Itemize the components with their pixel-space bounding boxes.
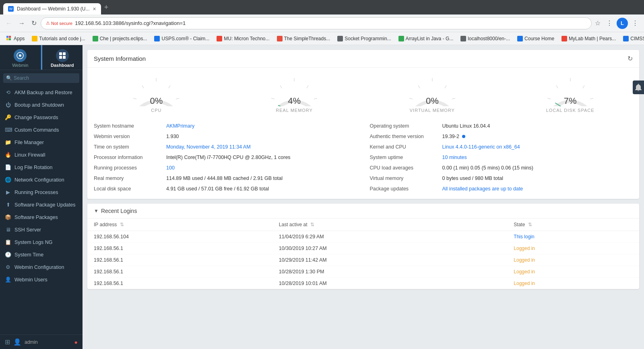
sidebar-item-akm-backup[interactable]: ⟲ AKM Backup and Restore	[0, 86, 83, 99]
col-state[interactable]: State ⇅	[507, 219, 639, 231]
bookmark-micron[interactable]: MU: Micron Techno...	[213, 35, 272, 43]
info-val-theme-version: 19.39-2	[442, 134, 466, 139]
sidebar-item-system-time[interactable]: 🕐 System Time	[0, 248, 83, 261]
system-info-refresh-button[interactable]: ↻	[627, 55, 633, 62]
sidebar-item-linux-firewall[interactable]: 🔥 Linux Firewall	[0, 149, 83, 161]
bookmark-arraylist[interactable]: ArrayList in Java - G...	[395, 35, 457, 43]
sidebar-dashboard-button[interactable]: Dashboard	[41, 45, 83, 70]
svg-rect-6	[59, 52, 62, 55]
address-bar[interactable]: ⚠ Not secure 192.168.56.103:3886/sysinfo…	[41, 17, 592, 29]
info-row-kernel: Kernel and CPU Linux 4.4.0-116-generic o…	[363, 142, 640, 152]
info-key-time: Time on system	[94, 144, 166, 150]
info-val-kernel[interactable]: Linux 4.4.0-116-generic on x86_64	[442, 144, 520, 150]
info-key-cpu-load: CPU load averages	[370, 165, 442, 171]
bookmark-mylab[interactable]: MyLab Math | Pears...	[558, 35, 619, 43]
bookmark-localhost[interactable]: localhost8000/en-...	[457, 35, 513, 43]
col-state-sort-icon: ⇅	[528, 222, 532, 227]
info-val-package-updates[interactable]: All installed packages are up to date	[442, 186, 523, 192]
bookmark-cimss[interactable]: CIMSS Tropical Cycl...	[620, 35, 644, 43]
sidebar-item-change-passwords[interactable]: 🔑 Change Passwords	[0, 111, 83, 124]
info-val-processor: Intel(R) Core(TM) i7-7700HQ CPU @ 2.80GH…	[166, 155, 291, 160]
info-row-os: Operating system Ubuntu Linux 16.04.4	[363, 121, 640, 131]
search-input[interactable]	[3, 73, 79, 83]
sidebar-item-webmin-configuration[interactable]: ⚙ Webmin Configuration	[0, 261, 83, 273]
cpu-gauge-label: CPU	[151, 108, 161, 113]
sidebar-item-log-file-rotation[interactable]: 📄 Log File Rotation	[0, 161, 83, 173]
info-val-uptime[interactable]: 10 minutes	[442, 155, 467, 160]
info-row-time: Time on system Monday, November 4, 2019 …	[87, 142, 363, 152]
sidebar-item-software-package-updates[interactable]: ⬆ Software Package Updates	[0, 198, 83, 211]
webmin-users-icon: 👤	[5, 277, 11, 283]
table-row: 192.168.56.110/28/2019 10:01 AMLogged in	[87, 278, 639, 289]
bookmark-mylab-label: MyLab Math | Pears...	[569, 36, 616, 41]
local-disk-gauge-value: 7%	[564, 96, 577, 106]
info-val-hostname[interactable]: AKMPrimary	[166, 123, 194, 129]
login-active-2: 10/29/2019 11:42 AM	[272, 254, 507, 266]
login-ip-1: 192.168.56.1	[87, 243, 272, 254]
custom-commands-icon: ⌨	[5, 127, 11, 133]
bookmark-apps-label: Apps	[14, 36, 25, 41]
info-row-local-disk: Local disk space 4.91 GB used / 57.01 GB…	[87, 184, 363, 194]
search-box[interactable]: 🔍	[3, 73, 79, 83]
col-ip-sort-icon: ⇅	[120, 222, 124, 227]
bookmark-tutorials-icon	[32, 36, 37, 41]
login-ip-4: 192.168.56.1	[87, 278, 272, 289]
logout-button[interactable]: ●	[74, 339, 78, 345]
sidebar-item-network-configuration[interactable]: 🌐 Network Configuration	[0, 173, 83, 186]
bookmark-star-button[interactable]: ☆	[593, 18, 602, 29]
info-val-running-processes[interactable]: 100	[166, 165, 175, 171]
refresh-button[interactable]: ↻	[29, 17, 39, 29]
info-key-os: Operating system	[370, 123, 442, 129]
sidebar-item-running-processes-label: Running Processes	[14, 190, 58, 195]
col-last-active[interactable]: Last active at ⇅	[272, 219, 507, 231]
section-toggle-button[interactable]: ▼	[94, 208, 99, 214]
sidebar-item-software-packages[interactable]: 📦 Software Packages	[0, 211, 83, 223]
bookmark-eclipse[interactable]: Che | projects.eclips...	[89, 35, 151, 43]
new-tab-button[interactable]: +	[101, 2, 112, 13]
sidebar-collapse-button[interactable]: ⊞	[5, 338, 10, 346]
search-icon: 🔍	[6, 75, 12, 81]
tab-bar: W Dashboard — Webmin 1.930 (U... × +	[0, 0, 644, 14]
sidebar-item-software-packages-label: Software Packages	[14, 215, 58, 220]
sidebar-item-system-logs-ng[interactable]: 📋 System Logs NG	[0, 236, 83, 248]
local-disk-gauge: 7% LOCAL DISK SPACE	[510, 74, 631, 113]
bookmark-course-home[interactable]: Course Home	[514, 35, 557, 43]
sidebar-item-running-processes[interactable]: ▶ Running Processes	[0, 186, 83, 198]
sidebar-webmin-button[interactable]: Webmin	[0, 45, 41, 70]
login-state-0: This login	[507, 231, 639, 243]
bookmark-apps[interactable]: Apps	[3, 35, 28, 43]
active-tab[interactable]: W Dashboard — Webmin 1.930 (U... ×	[3, 3, 101, 14]
back-button[interactable]: ←	[3, 17, 14, 29]
bookmark-micron-icon	[217, 36, 222, 41]
sidebar-item-ssh-server[interactable]: 🖥 SSH Server	[0, 223, 83, 236]
sidebar-item-bootup[interactable]: ⏻ Bootup and Shutdown	[0, 99, 83, 111]
info-val-time[interactable]: Monday, November 4, 2019 11:34 AM	[166, 144, 251, 150]
bookmark-usps[interactable]: USPS.com® - Claim...	[151, 35, 213, 43]
bookmark-tutorials[interactable]: Tutorials and code j...	[29, 35, 88, 43]
software-package-updates-icon: ⬆	[5, 202, 11, 208]
bookmark-micron-label: MU: Micron Techno...	[224, 36, 269, 41]
sidebar-item-file-manager[interactable]: 📁 File Manager	[0, 136, 83, 149]
close-tab-button[interactable]: ×	[93, 6, 96, 12]
bookmark-socket[interactable]: Socket Programmin...	[334, 35, 394, 43]
notification-bell-button[interactable]	[633, 81, 644, 94]
col-ip-address[interactable]: IP address ⇅	[87, 219, 272, 231]
svg-rect-0	[6, 36, 8, 38]
svg-rect-8	[59, 56, 62, 59]
sidebar-item-file-manager-label: File Manager	[14, 140, 44, 145]
extensions-button[interactable]: ⋮	[604, 17, 615, 29]
forward-button[interactable]: →	[16, 17, 27, 29]
table-row: 192.168.56.110/28/2019 1:30 PMLogged in	[87, 266, 639, 278]
file-manager-icon: 📁	[5, 139, 11, 145]
col-ip-address-label: IP address	[94, 222, 117, 227]
sidebar-item-custom-commands[interactable]: ⌨ Custom Commands	[0, 124, 83, 136]
dashboard-icon	[56, 49, 69, 62]
log-file-rotation-icon: 📄	[5, 164, 11, 170]
info-row-webmin-version: Webmin version 1.930	[87, 131, 363, 142]
profile-button[interactable]: L	[617, 18, 628, 29]
table-row: 192.168.56.10411/04/2019 6:29 AMThis log…	[87, 231, 639, 243]
menu-button[interactable]: ⋮	[630, 17, 641, 29]
sidebar-item-webmin-users[interactable]: 👤 Webmin Users	[0, 273, 83, 286]
bookmark-simplethreads[interactable]: The SimpleThreads...	[274, 35, 334, 43]
linux-firewall-icon: 🔥	[5, 152, 11, 158]
